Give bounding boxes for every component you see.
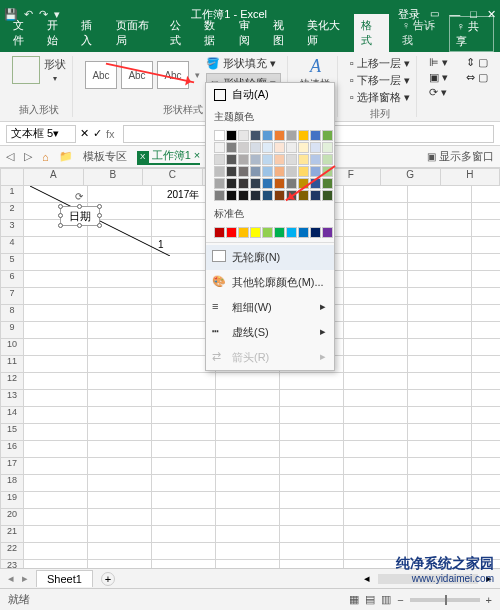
tab-format[interactable]: 格式: [354, 14, 388, 52]
hscroll-left-icon[interactable]: ◂: [364, 572, 370, 585]
rotate-handle-icon[interactable]: ⟳: [75, 191, 83, 202]
cell[interactable]: [344, 220, 408, 237]
nav-back-icon[interactable]: ◁: [6, 150, 14, 163]
cell[interactable]: [152, 441, 216, 458]
cell[interactable]: [472, 220, 500, 237]
cell[interactable]: [344, 441, 408, 458]
height-input[interactable]: ⇕ ▢: [466, 56, 488, 69]
outline-arrows-item[interactable]: ⇄ 箭头(R)▸: [206, 345, 334, 370]
cell[interactable]: [280, 526, 344, 543]
sheet-nav-next-icon[interactable]: ▸: [22, 572, 28, 585]
theme-color-swatch[interactable]: [310, 142, 321, 153]
cell[interactable]: [472, 322, 500, 339]
qat-dropdown-icon[interactable]: ▾: [54, 8, 60, 21]
enter-icon[interactable]: ✓: [93, 127, 102, 140]
cell[interactable]: [408, 441, 472, 458]
row-header-21[interactable]: 21: [0, 526, 24, 543]
cell[interactable]: [216, 509, 280, 526]
cell[interactable]: [344, 322, 408, 339]
theme-color-swatch[interactable]: [322, 142, 333, 153]
theme-color-swatch[interactable]: [250, 142, 261, 153]
cell[interactable]: [472, 271, 500, 288]
row-header-19[interactable]: 19: [0, 492, 24, 509]
cell[interactable]: [472, 475, 500, 492]
cell[interactable]: [344, 509, 408, 526]
theme-color-swatch[interactable]: [286, 166, 297, 177]
tab-pagelayout[interactable]: 页面布局: [109, 14, 163, 52]
tab-view[interactable]: 视图: [266, 14, 300, 52]
outline-weight-item[interactable]: ≡ 粗细(W)▸: [206, 295, 334, 320]
no-outline-item[interactable]: 无轮廓(N): [206, 245, 334, 270]
more-outline-colors-item[interactable]: 🎨 其他轮廓颜色(M)...: [206, 270, 334, 295]
cell[interactable]: [152, 526, 216, 543]
cell[interactable]: [408, 271, 472, 288]
theme-color-swatch[interactable]: [274, 142, 285, 153]
show-multi-window[interactable]: ▣ 显示多窗口: [427, 149, 494, 164]
theme-color-swatch[interactable]: [298, 154, 309, 165]
row-header-17[interactable]: 17: [0, 458, 24, 475]
cell[interactable]: [472, 339, 500, 356]
cell[interactable]: [408, 237, 472, 254]
cell[interactable]: [472, 526, 500, 543]
cell[interactable]: [88, 390, 152, 407]
theme-color-swatch[interactable]: [322, 190, 333, 201]
cell[interactable]: [472, 458, 500, 475]
cell[interactable]: [88, 356, 152, 373]
standard-color-swatch[interactable]: [226, 227, 237, 238]
cell[interactable]: [152, 458, 216, 475]
add-sheet-button[interactable]: +: [101, 572, 115, 586]
standard-color-swatch[interactable]: [286, 227, 297, 238]
cell[interactable]: [24, 441, 88, 458]
theme-color-swatch[interactable]: [238, 154, 249, 165]
theme-color-swatch[interactable]: [322, 178, 333, 189]
cell[interactable]: [24, 526, 88, 543]
group-button[interactable]: ▣ ▾: [429, 71, 448, 84]
view-normal-icon[interactable]: ▦: [349, 593, 359, 606]
cell[interactable]: [152, 407, 216, 424]
bring-forward-button[interactable]: ▫ 上移一层 ▾: [350, 56, 410, 71]
cell[interactable]: [216, 407, 280, 424]
row-header-8[interactable]: 8: [0, 305, 24, 322]
cell[interactable]: [280, 373, 344, 390]
cell[interactable]: [88, 254, 152, 271]
cell[interactable]: [152, 390, 216, 407]
folder-icon[interactable]: 📁: [59, 150, 73, 163]
cell[interactable]: [344, 458, 408, 475]
cell[interactable]: [88, 509, 152, 526]
cell[interactable]: [88, 441, 152, 458]
cell[interactable]: [472, 492, 500, 509]
cell[interactable]: [408, 220, 472, 237]
cell[interactable]: [408, 203, 472, 220]
name-box[interactable]: 文本框 5 ▾: [6, 125, 76, 143]
cell[interactable]: [344, 254, 408, 271]
cell[interactable]: [408, 509, 472, 526]
cell[interactable]: [408, 339, 472, 356]
cell[interactable]: [344, 305, 408, 322]
cell[interactable]: [88, 288, 152, 305]
cell[interactable]: [216, 390, 280, 407]
cell[interactable]: [88, 424, 152, 441]
cell[interactable]: [24, 288, 88, 305]
fx-icon[interactable]: fx: [106, 128, 115, 140]
redo-icon[interactable]: ↷: [39, 8, 48, 21]
cell[interactable]: [88, 305, 152, 322]
cell[interactable]: [472, 203, 500, 220]
theme-color-swatch[interactable]: [226, 166, 237, 177]
cell[interactable]: [88, 322, 152, 339]
save-icon[interactable]: 💾: [4, 8, 18, 21]
theme-color-swatch[interactable]: [226, 154, 237, 165]
theme-color-swatch[interactable]: [322, 154, 333, 165]
textbox-date[interactable]: 日期 ⟳: [60, 206, 100, 226]
theme-color-swatch[interactable]: [214, 130, 225, 141]
cell[interactable]: [344, 492, 408, 509]
row-header-18[interactable]: 18: [0, 475, 24, 492]
cell[interactable]: [88, 560, 152, 568]
cell[interactable]: [344, 390, 408, 407]
zoom-slider[interactable]: [410, 598, 480, 602]
theme-color-swatch[interactable]: [274, 178, 285, 189]
theme-color-swatch[interactable]: [286, 154, 297, 165]
cell[interactable]: [24, 237, 88, 254]
theme-color-swatch[interactable]: [262, 190, 273, 201]
cell[interactable]: [408, 424, 472, 441]
cell[interactable]: [24, 373, 88, 390]
